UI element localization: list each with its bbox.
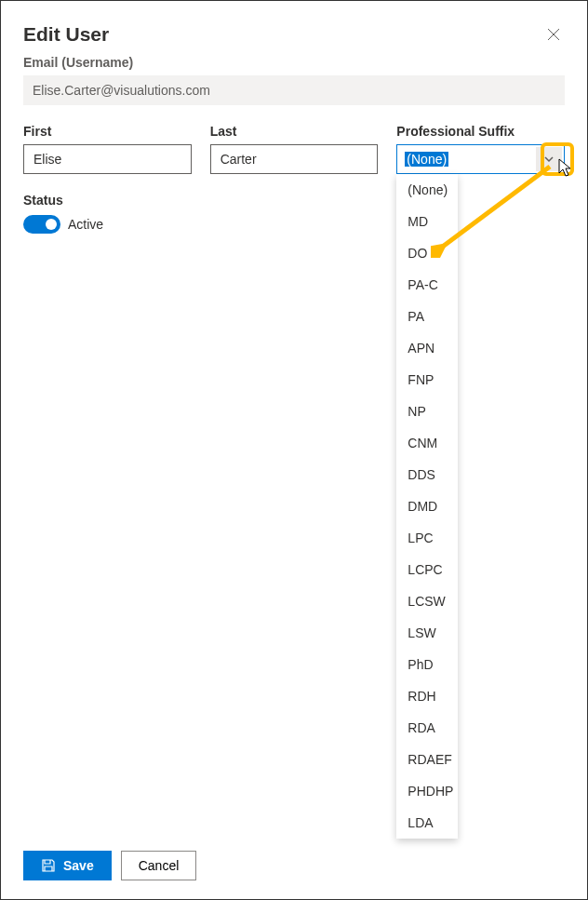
- suffix-option[interactable]: (None): [396, 174, 458, 206]
- suffix-option[interactable]: PA-C: [396, 269, 458, 301]
- save-label: Save: [63, 858, 94, 873]
- suffix-option[interactable]: PhD: [396, 649, 458, 680]
- status-group: Status Active: [23, 193, 565, 234]
- dialog-footer: Save Cancel: [23, 840, 565, 899]
- suffix-option[interactable]: RDA: [396, 712, 458, 744]
- suffix-select-wrap: (None) (None)MDDOPA-CPAAPNFNPNPCNMDDSDMD…: [396, 144, 565, 174]
- suffix-option[interactable]: LPC: [396, 522, 458, 554]
- cancel-label: Cancel: [139, 858, 180, 873]
- suffix-option[interactable]: DDS: [396, 459, 458, 490]
- suffix-option[interactable]: CNM: [396, 427, 458, 459]
- save-icon: [41, 858, 56, 873]
- cancel-button[interactable]: Cancel: [121, 851, 197, 880]
- dialog-title: Edit User: [23, 23, 109, 46]
- suffix-option[interactable]: LSW: [396, 617, 458, 649]
- suffix-option[interactable]: LCPC: [396, 554, 458, 585]
- suffix-option[interactable]: PA: [396, 301, 458, 332]
- suffix-option[interactable]: RDH: [396, 680, 458, 712]
- suffix-option[interactable]: DMD: [396, 490, 458, 522]
- email-field: [23, 75, 565, 105]
- last-name-group: Last: [210, 124, 379, 174]
- last-name-input[interactable]: [210, 144, 379, 174]
- suffix-select[interactable]: (None): [396, 144, 565, 174]
- first-name-group: First: [23, 124, 192, 174]
- suffix-dropdown[interactable]: (None)MDDOPA-CPAAPNFNPNPCNMDDSDMDLPCLCPC…: [396, 174, 458, 839]
- suffix-option[interactable]: NP: [396, 396, 458, 427]
- suffix-chevron-box[interactable]: [536, 147, 562, 171]
- dialog-header: Edit User: [23, 23, 565, 46]
- suffix-label: Professional Suffix: [396, 124, 565, 139]
- chevron-down-icon: [543, 154, 555, 165]
- save-button[interactable]: Save: [23, 851, 112, 880]
- suffix-option[interactable]: LDA: [396, 807, 458, 839]
- suffix-value: (None): [405, 152, 448, 167]
- close-icon: [547, 28, 560, 41]
- suffix-option[interactable]: APN: [396, 332, 458, 364]
- suffix-option[interactable]: LCSW: [396, 585, 458, 617]
- first-label: First: [23, 124, 192, 139]
- status-label: Status: [23, 193, 565, 208]
- close-button[interactable]: [542, 23, 565, 46]
- suffix-option[interactable]: PHDHP: [396, 775, 458, 807]
- suffix-option[interactable]: FNP: [396, 364, 458, 396]
- status-toggle[interactable]: [23, 215, 60, 234]
- status-toggle-row: Active: [23, 215, 565, 234]
- toggle-knob: [46, 219, 57, 230]
- suffix-option[interactable]: DO: [396, 237, 458, 269]
- suffix-option[interactable]: RDAEF: [396, 744, 458, 775]
- name-row: First Last Professional Suffix (None) (N…: [23, 124, 565, 174]
- email-label: Email (Username): [23, 55, 565, 70]
- suffix-option[interactable]: MD: [396, 206, 458, 237]
- suffix-group: Professional Suffix (None) (None)MDDOPA-…: [396, 124, 565, 174]
- first-name-input[interactable]: [23, 144, 192, 174]
- status-value-label: Active: [68, 217, 103, 232]
- edit-user-dialog: Edit User Email (Username) First Last Pr…: [1, 1, 587, 899]
- last-label: Last: [210, 124, 379, 139]
